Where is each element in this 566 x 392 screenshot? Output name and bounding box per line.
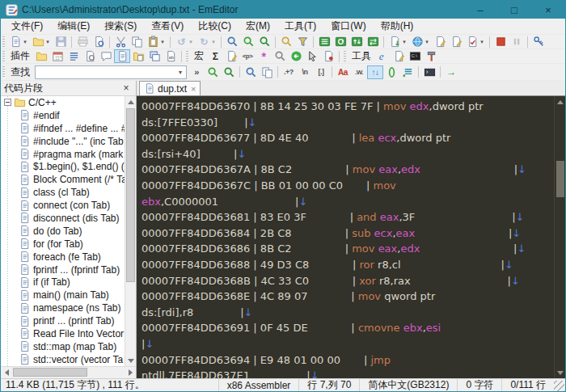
toolbar-grip[interactable] (344, 51, 346, 62)
escape-seq-toggle-button[interactable]: \n (297, 65, 313, 79)
snippet-item[interactable]: printf ... (printf Tab) (1, 314, 125, 327)
menu-item-8[interactable]: 帮助(H) (374, 18, 421, 35)
snippets-panel-close-icon[interactable]: × (120, 82, 133, 94)
print-preview-button[interactable] (91, 35, 107, 48)
new-file-button[interactable]: ▾ (7, 35, 30, 48)
cut-button[interactable] (112, 35, 129, 48)
filter-toggle-button[interactable] (399, 65, 416, 79)
chevron-down-icon[interactable]: ▾ (424, 39, 430, 45)
editor-vscroll-thumb[interactable] (556, 161, 564, 197)
chevron-down-icon[interactable]: ▾ (188, 39, 194, 45)
close-button[interactable]: × (531, 1, 565, 19)
snippets-hscroll-thumb[interactable] (13, 368, 87, 377)
whole-word-toggle-button[interactable]: .W. (351, 65, 367, 79)
macro-run-button[interactable]: Σ (207, 49, 223, 63)
tab-dup.txt[interactable]: dup.txt× (139, 81, 201, 95)
find-next-button[interactable] (240, 35, 256, 48)
search-direction-toggle-button[interactable]: ↑↓ (367, 65, 383, 79)
paste-button[interactable]: ▾ (145, 35, 167, 48)
plugin-projects-button[interactable] (33, 49, 49, 63)
toolbar-grip[interactable] (2, 36, 5, 48)
scroll-left-icon[interactable] (1, 367, 12, 378)
macro-edit-button[interactable] (223, 49, 239, 63)
plugin-open-docs-button[interactable] (146, 49, 163, 63)
snippets-vscroll-thumb[interactable] (126, 108, 135, 282)
plugin-snippets-button[interactable] (114, 49, 130, 63)
snippet-item[interactable]: #include "..." (inc Tab (1, 135, 125, 148)
tool-console-button[interactable]: C:\ (407, 49, 423, 63)
macro-select-button[interactable] (304, 49, 320, 63)
snippet-item[interactable]: fprintf ... (fprintf Tab) (1, 263, 125, 276)
menu-item-6[interactable]: 工具(T) (277, 18, 323, 35)
snippet-item[interactable]: $1.begin(), $1.end() (b (1, 160, 125, 173)
chevron-down-icon[interactable]: ▾ (401, 39, 408, 45)
tree-root-c-cpp[interactable]: C/C++ (1, 96, 125, 109)
findbar-next-button[interactable] (205, 65, 221, 79)
find-button[interactable] (224, 35, 240, 48)
scroll-down-icon[interactable] (125, 355, 136, 366)
compare-rescan-button[interactable] (332, 35, 348, 48)
tab-close-icon[interactable]: × (191, 84, 196, 94)
menu-item-7[interactable]: 窗口(W) (323, 18, 373, 35)
plugin-html-bar-button[interactable] (49, 49, 65, 63)
macro-tag-button[interactable]: <p> (239, 49, 256, 63)
plugin-search-button[interactable] (82, 49, 98, 63)
macro-find-button[interactable] (272, 49, 288, 63)
redo-button[interactable]: ↻▾ (196, 35, 218, 48)
plugin-word-count-button[interactable]: ab (163, 49, 179, 63)
chevron-down-icon[interactable]: ▾ (44, 39, 51, 45)
validation-button[interactable]: ▾ (464, 35, 487, 48)
snippet-item[interactable]: #pragma mark (mark (1, 148, 125, 161)
find-in-files-button[interactable] (278, 35, 294, 48)
snippet-item[interactable]: std::map (map Tab) (1, 340, 125, 353)
snippet-item[interactable]: do (do Tab) (1, 225, 125, 238)
snippet-item[interactable]: #endif (1, 109, 125, 122)
toolbar-grip[interactable] (186, 51, 188, 62)
more-options-button[interactable]: » (188, 65, 205, 79)
highlight-toggle-button[interactable] (383, 65, 399, 79)
collapse-expander-icon[interactable] (4, 99, 11, 106)
plugin-outline-button[interactable] (65, 49, 82, 63)
snippet-item[interactable]: if (if Tab) (1, 276, 125, 289)
play-macro-button[interactable] (509, 35, 525, 48)
chevron-down-icon[interactable]: ▾ (159, 39, 166, 45)
snippet-item[interactable]: class (cl Tab) (1, 186, 125, 199)
minimize-button[interactable]: – (463, 1, 497, 19)
record-macro-button[interactable] (492, 35, 509, 48)
scroll-up-icon[interactable] (125, 96, 136, 107)
compare-options-button[interactable] (365, 35, 381, 48)
chevron-down-icon[interactable]: ▾ (22, 39, 28, 45)
jump-next-button[interactable]: → (443, 65, 459, 79)
tool-hammer-button[interactable] (423, 49, 439, 63)
copy-button[interactable] (129, 35, 145, 48)
snippet-item[interactable]: #ifndef ... #define ... # (1, 122, 125, 135)
sort-button[interactable]: ▾ (386, 35, 409, 48)
snippet-item[interactable]: namespace (ns Tab) (1, 301, 125, 314)
compare-button[interactable] (316, 35, 332, 48)
snippet-item[interactable]: main() (main Tab) (1, 289, 125, 301)
find-previous-button[interactable] (256, 35, 272, 48)
snippet-item[interactable]: for (for Tab) (1, 238, 125, 251)
sync-scroll-button[interactable] (348, 35, 365, 48)
find-dialog-button[interactable] (243, 65, 259, 79)
snippet-item[interactable]: Read File Into Vector (1, 327, 125, 340)
encoding-button[interactable]: ▾ (409, 35, 432, 48)
toolbar-grip[interactable] (2, 66, 5, 78)
editor-vertical-scrollbar[interactable] (554, 96, 565, 378)
maximize-button[interactable]: □ (497, 1, 531, 19)
tool-browser-button[interactable]: e (374, 49, 391, 63)
customize-key-button[interactable] (530, 35, 547, 48)
copy-results-button[interactable] (259, 65, 275, 79)
snippet-item[interactable]: connect (con Tab) (1, 199, 125, 212)
snippet-item[interactable]: std::vector (vector Ta (1, 353, 125, 366)
snippet-item[interactable]: foreach (fe Tab) (1, 251, 125, 263)
scroll-right-icon[interactable] (125, 367, 136, 378)
chevron-down-icon[interactable]: ▾ (175, 66, 186, 78)
number-range-toggle-button[interactable]: [.] (313, 65, 329, 79)
resize-grip[interactable] (554, 381, 564, 391)
filter-button[interactable] (294, 35, 310, 48)
chevron-down-icon[interactable]: ▾ (479, 39, 485, 45)
plugin-explorer-button[interactable] (130, 49, 146, 63)
menu-item-4[interactable]: 比较(C) (191, 18, 239, 35)
editor[interactable]: 00007FF84DD63670 | 8B 14 25 30 03 FE 7F … (137, 96, 565, 378)
